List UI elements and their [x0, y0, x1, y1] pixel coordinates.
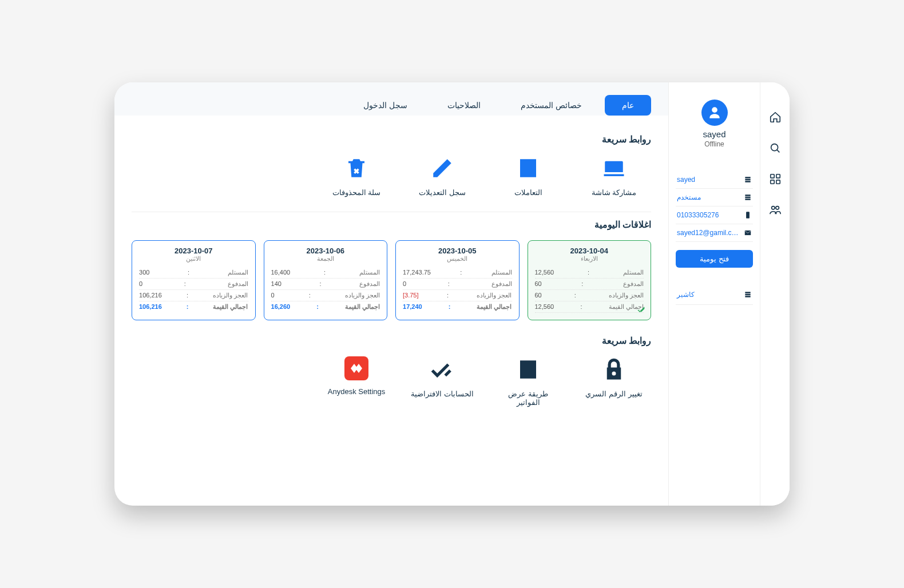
quick-edits-log[interactable]: سجل التعديلات: [411, 155, 474, 197]
check-icon: [637, 305, 646, 315]
svg-rect-4: [776, 180, 779, 184]
nav-iconbar: [760, 82, 790, 506]
quick-change-pin[interactable]: تغيير الرقم السري: [582, 356, 645, 407]
closing-card[interactable]: 2023-10-04 الاربعاء المستلم : 12,560 الم…: [528, 240, 652, 320]
tab-permissions[interactable]: الصلاحيات: [430, 95, 498, 116]
quick-transactions[interactable]: التعاملات: [497, 155, 560, 197]
tab-general[interactable]: عام: [605, 95, 651, 116]
pencil-icon: [429, 155, 455, 181]
tabs: عام خصائص المستخدم الصلاحيات سجل الدخول: [114, 82, 668, 116]
section-quick-links: روابط سريعة: [132, 134, 651, 145]
quick-default-accounts[interactable]: الحسابات الافتراضية: [411, 356, 474, 407]
card-day: الجمعة: [271, 255, 380, 263]
card-date: 2023-10-05: [403, 247, 512, 255]
avatar[interactable]: [701, 100, 728, 126]
search-icon[interactable]: [769, 142, 782, 157]
tab-user-props[interactable]: خصائص المستخدم: [503, 95, 599, 116]
card-date: 2023-10-07: [139, 247, 248, 255]
info-email[interactable]: sayed12@gamil.com: [676, 224, 753, 242]
info-phone[interactable]: 01033305276: [676, 206, 753, 224]
closings-cards: 2023-10-04 الاربعاء المستلم : 12,560 الم…: [132, 240, 651, 320]
quick-trash[interactable]: سلة المحذوفات: [325, 155, 388, 197]
laptop-icon: [601, 155, 627, 181]
apps-icon[interactable]: [769, 173, 782, 188]
card-date: 2023-10-04: [535, 247, 644, 255]
svg-point-6: [775, 206, 779, 210]
quick-links-bottom: تغيير الرقم السري طريقة عرض الفواتير الح…: [132, 356, 651, 422]
invoice-icon: [515, 356, 541, 383]
closing-card[interactable]: 2023-10-07 الاثنين المستلم : 300 المدفوع…: [132, 240, 256, 320]
home-icon[interactable]: [769, 111, 782, 126]
svg-rect-3: [770, 180, 774, 184]
card-day: الخميس: [403, 255, 512, 263]
tab-login-log[interactable]: سجل الدخول: [346, 95, 425, 116]
closing-card[interactable]: 2023-10-06 الجمعة المستلم : 16,400 المدف…: [264, 240, 388, 320]
user-status: Offline: [704, 140, 724, 148]
svg-point-0: [771, 144, 778, 151]
quick-links-top: مشاركة شاشة التعاملات سجل التعديلات سلة …: [132, 155, 651, 212]
card-day: الاثنين: [139, 255, 248, 263]
users-icon[interactable]: [769, 204, 782, 218]
main: عام خصائص المستخدم الصلاحيات سجل الدخول …: [114, 82, 668, 506]
closing-card[interactable]: 2023-10-05 الخميس المستلم : 17,243.75 ال…: [395, 240, 520, 320]
receipt-icon: [515, 155, 541, 181]
info-cashier[interactable]: كاشير: [676, 285, 753, 305]
quick-anydesk[interactable]: Anydesk Settings: [325, 356, 388, 407]
svg-point-8: [747, 217, 748, 218]
info-role[interactable]: مستخدم: [676, 189, 753, 206]
user-panel: sayed Offline sayed مستخدم 01033305276 s…: [668, 82, 760, 506]
svg-rect-1: [770, 174, 774, 178]
svg-rect-2: [776, 174, 779, 178]
lock-icon: [601, 356, 627, 383]
card-day: الاربعاء: [535, 255, 644, 263]
quick-invoice-display[interactable]: طريقة عرض الفواتير: [497, 356, 560, 407]
app-frame: sayed Offline sayed مستخدم 01033305276 s…: [114, 82, 790, 506]
anydesk-icon: [344, 356, 368, 380]
open-day-button[interactable]: فتح يومية: [676, 250, 753, 268]
section-quick-links-2: روابط سريعة: [132, 335, 651, 346]
trash-icon: [343, 155, 370, 181]
section-closings: اغلاقات اليومية: [132, 219, 651, 230]
svg-point-5: [771, 206, 775, 210]
double-check-icon: [429, 356, 455, 383]
quick-screen-share[interactable]: مشاركة شاشة: [582, 155, 645, 197]
card-date: 2023-10-06: [271, 247, 380, 255]
username: sayed: [703, 129, 725, 139]
info-handle[interactable]: sayed: [676, 171, 753, 189]
